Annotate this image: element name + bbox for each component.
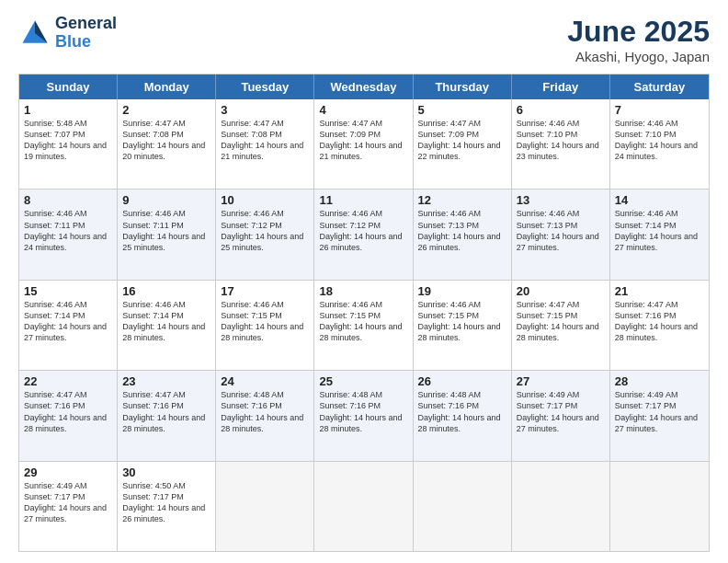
day-number: 21	[615, 284, 704, 298]
cal-cell: 20Sunrise: 4:47 AMSunset: 7:15 PMDayligh…	[512, 281, 610, 370]
cal-week-2: 8Sunrise: 4:46 AMSunset: 7:11 PMDaylight…	[19, 190, 709, 280]
day-number: 18	[319, 284, 407, 298]
cell-info: Sunrise: 4:46 AMSunset: 7:14 PMDaylight:…	[24, 299, 112, 344]
cal-cell: 26Sunrise: 4:48 AMSunset: 7:16 PMDayligh…	[414, 371, 512, 460]
day-number: 25	[319, 374, 407, 388]
day-number: 6	[517, 103, 605, 117]
day-number: 11	[319, 193, 407, 207]
cell-info: Sunrise: 4:46 AMSunset: 7:14 PMDaylight:…	[122, 299, 210, 344]
day-number: 15	[24, 284, 112, 298]
cal-cell	[216, 462, 314, 551]
cal-cell: 7Sunrise: 4:46 AMSunset: 7:10 PMDaylight…	[610, 99, 709, 189]
cal-header-wednesday: Wednesday	[314, 75, 413, 99]
day-number: 7	[615, 103, 704, 117]
day-number: 29	[24, 465, 112, 479]
day-number: 16	[122, 284, 210, 298]
cell-info: Sunrise: 4:47 AMSunset: 7:09 PMDaylight:…	[319, 118, 407, 163]
cell-info: Sunrise: 4:47 AMSunset: 7:16 PMDaylight:…	[615, 299, 704, 344]
calendar: SundayMondayTuesdayWednesdayThursdayFrid…	[18, 74, 710, 552]
cal-cell: 15Sunrise: 4:46 AMSunset: 7:14 PMDayligh…	[19, 281, 118, 370]
cal-cell: 23Sunrise: 4:47 AMSunset: 7:16 PMDayligh…	[118, 371, 216, 460]
logo-icon	[18, 17, 51, 50]
day-number: 20	[517, 284, 605, 298]
cal-cell: 8Sunrise: 4:46 AMSunset: 7:11 PMDaylight…	[19, 190, 118, 279]
cell-info: Sunrise: 4:46 AMSunset: 7:11 PMDaylight:…	[24, 208, 112, 253]
cal-week-3: 15Sunrise: 4:46 AMSunset: 7:14 PMDayligh…	[19, 281, 709, 371]
day-number: 28	[615, 374, 704, 388]
cell-info: Sunrise: 4:46 AMSunset: 7:14 PMDaylight:…	[615, 208, 704, 253]
day-number: 24	[221, 374, 309, 388]
cell-info: Sunrise: 4:46 AMSunset: 7:15 PMDaylight:…	[418, 299, 506, 344]
day-number: 19	[418, 284, 506, 298]
cal-cell: 10Sunrise: 4:46 AMSunset: 7:12 PMDayligh…	[216, 190, 314, 279]
cal-cell: 21Sunrise: 4:47 AMSunset: 7:16 PMDayligh…	[610, 281, 709, 370]
cal-cell: 16Sunrise: 4:46 AMSunset: 7:14 PMDayligh…	[118, 281, 216, 370]
cell-info: Sunrise: 4:46 AMSunset: 7:10 PMDaylight:…	[517, 118, 605, 163]
day-number: 30	[122, 465, 210, 479]
logo-text: General Blue	[55, 15, 117, 52]
cell-info: Sunrise: 4:47 AMSunset: 7:15 PMDaylight:…	[517, 299, 605, 344]
cal-cell: 2Sunrise: 4:47 AMSunset: 7:08 PMDaylight…	[118, 99, 216, 189]
cell-info: Sunrise: 4:47 AMSunset: 7:08 PMDaylight:…	[122, 118, 210, 163]
day-number: 13	[517, 193, 605, 207]
cell-info: Sunrise: 4:47 AMSunset: 7:08 PMDaylight:…	[221, 118, 309, 163]
cal-cell: 14Sunrise: 4:46 AMSunset: 7:14 PMDayligh…	[610, 190, 709, 279]
cal-cell: 24Sunrise: 4:48 AMSunset: 7:16 PMDayligh…	[216, 371, 314, 460]
subtitle: Akashi, Hyogo, Japan	[567, 49, 710, 64]
cell-info: Sunrise: 4:46 AMSunset: 7:12 PMDaylight:…	[319, 208, 407, 253]
day-number: 14	[615, 193, 704, 207]
cal-cell: 4Sunrise: 4:47 AMSunset: 7:09 PMDaylight…	[314, 99, 413, 189]
cell-info: Sunrise: 5:48 AMSunset: 7:07 PMDaylight:…	[24, 118, 112, 163]
calendar-body: 1Sunrise: 5:48 AMSunset: 7:07 PMDaylight…	[19, 99, 709, 551]
day-number: 27	[517, 374, 605, 388]
cell-info: Sunrise: 4:46 AMSunset: 7:13 PMDaylight:…	[418, 208, 506, 253]
cal-header-thursday: Thursday	[414, 75, 512, 99]
day-number: 23	[122, 374, 210, 388]
title-block: June 2025 Akashi, Hyogo, Japan	[567, 15, 710, 64]
cal-week-1: 1Sunrise: 5:48 AMSunset: 7:07 PMDaylight…	[19, 99, 709, 190]
cal-cell: 19Sunrise: 4:46 AMSunset: 7:15 PMDayligh…	[414, 281, 512, 370]
cell-info: Sunrise: 4:47 AMSunset: 7:09 PMDaylight:…	[418, 118, 506, 163]
cell-info: Sunrise: 4:46 AMSunset: 7:10 PMDaylight:…	[615, 118, 704, 163]
day-number: 9	[122, 193, 210, 207]
cell-info: Sunrise: 4:48 AMSunset: 7:16 PMDaylight:…	[221, 389, 309, 434]
cal-week-5: 29Sunrise: 4:49 AMSunset: 7:17 PMDayligh…	[19, 462, 709, 551]
cal-cell: 13Sunrise: 4:46 AMSunset: 7:13 PMDayligh…	[512, 190, 610, 279]
cell-info: Sunrise: 4:46 AMSunset: 7:12 PMDaylight:…	[221, 208, 309, 253]
day-number: 26	[418, 374, 506, 388]
cal-header-tuesday: Tuesday	[216, 75, 314, 99]
cal-cell: 9Sunrise: 4:46 AMSunset: 7:11 PMDaylight…	[118, 190, 216, 279]
cal-cell: 18Sunrise: 4:46 AMSunset: 7:15 PMDayligh…	[314, 281, 413, 370]
cal-header-sunday: Sunday	[19, 75, 118, 99]
main-title: June 2025	[567, 15, 710, 49]
logo: General Blue	[18, 15, 117, 52]
day-number: 2	[122, 103, 210, 117]
day-number: 5	[418, 103, 506, 117]
cal-cell: 11Sunrise: 4:46 AMSunset: 7:12 PMDayligh…	[314, 190, 413, 279]
cell-info: Sunrise: 4:46 AMSunset: 7:15 PMDaylight:…	[319, 299, 407, 344]
cal-cell: 28Sunrise: 4:49 AMSunset: 7:17 PMDayligh…	[610, 371, 709, 460]
day-number: 17	[221, 284, 309, 298]
cell-info: Sunrise: 4:46 AMSunset: 7:13 PMDaylight:…	[517, 208, 605, 253]
day-number: 12	[418, 193, 506, 207]
cell-info: Sunrise: 4:48 AMSunset: 7:16 PMDaylight:…	[319, 389, 407, 434]
cal-cell: 30Sunrise: 4:50 AMSunset: 7:17 PMDayligh…	[118, 462, 216, 551]
cal-cell	[414, 462, 512, 551]
page: General Blue June 2025 Akashi, Hyogo, Ja…	[0, 0, 728, 563]
day-number: 22	[24, 374, 112, 388]
cell-info: Sunrise: 4:46 AMSunset: 7:11 PMDaylight:…	[122, 208, 210, 253]
cell-info: Sunrise: 4:47 AMSunset: 7:16 PMDaylight:…	[24, 389, 112, 434]
day-number: 10	[221, 193, 309, 207]
day-number: 1	[24, 103, 112, 117]
cal-cell: 1Sunrise: 5:48 AMSunset: 7:07 PMDaylight…	[19, 99, 118, 189]
cell-info: Sunrise: 4:46 AMSunset: 7:15 PMDaylight:…	[221, 299, 309, 344]
cell-info: Sunrise: 4:49 AMSunset: 7:17 PMDaylight:…	[24, 480, 112, 525]
cal-cell	[314, 462, 413, 551]
cal-cell: 22Sunrise: 4:47 AMSunset: 7:16 PMDayligh…	[19, 371, 118, 460]
cal-header-monday: Monday	[118, 75, 216, 99]
cal-cell: 27Sunrise: 4:49 AMSunset: 7:17 PMDayligh…	[512, 371, 610, 460]
cal-cell: 3Sunrise: 4:47 AMSunset: 7:08 PMDaylight…	[216, 99, 314, 189]
cal-cell: 6Sunrise: 4:46 AMSunset: 7:10 PMDaylight…	[512, 99, 610, 189]
day-number: 8	[24, 193, 112, 207]
cell-info: Sunrise: 4:48 AMSunset: 7:16 PMDaylight:…	[418, 389, 506, 434]
